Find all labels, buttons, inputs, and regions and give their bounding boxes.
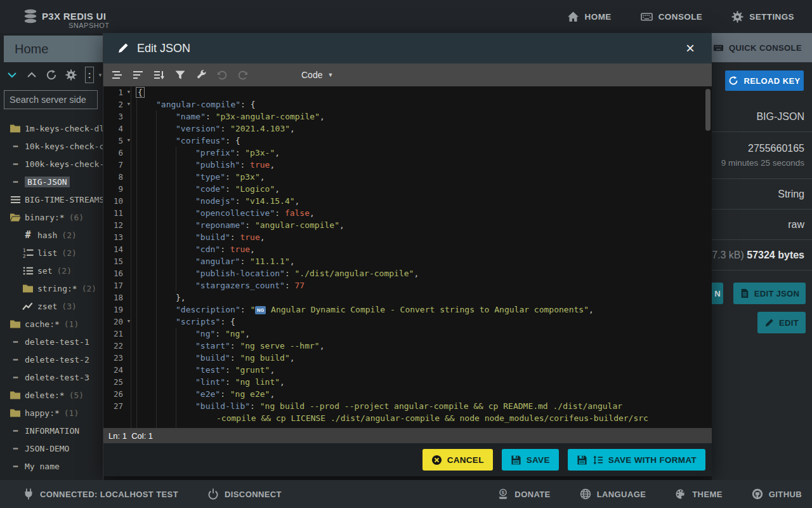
editor-line: 15"angular": "11.1.1",: [103, 255, 712, 267]
connection-status[interactable]: CONNECTED: LOCALHOST TEST: [23, 488, 178, 500]
save-button[interactable]: SAVE: [502, 449, 559, 471]
json-document-icon: [740, 288, 750, 298]
close-icon[interactable]: ×: [680, 38, 700, 58]
wrench-icon[interactable]: [195, 69, 207, 81]
key-count: (2): [62, 231, 76, 240]
tree-item[interactable]: •••100k-keys-check-: [0, 155, 103, 173]
tree-item[interactable]: •••10k-keys-check-c: [0, 137, 103, 155]
tree-item[interactable]: •••INFORMATION: [0, 422, 103, 439]
fold-caret-icon[interactable]: ▼: [128, 135, 130, 147]
cancel-button[interactable]: CANCEL: [422, 449, 493, 471]
tree-item[interactable]: delete:*(5): [0, 386, 103, 404]
editor-line: 27"build-lib": "ng build --prod --projec…: [103, 400, 712, 412]
key-info-row: BIG-JSON: [712, 102, 812, 132]
edit-button[interactable]: EDIT: [757, 312, 806, 333]
tree-item[interactable]: •••My name: [0, 457, 103, 475]
tree-item[interactable]: 12list(2): [0, 244, 103, 262]
editor-line: [103, 424, 712, 428]
key-label: string:*: [37, 284, 77, 293]
disconnect-button[interactable]: DISCONNECT: [207, 488, 282, 500]
editor-line: 22"start": "ng serve --hmr",: [103, 340, 712, 352]
settings-gear-icon[interactable]: [65, 69, 77, 81]
nav-console[interactable]: CONSOLE: [641, 11, 703, 23]
tree-item[interactable]: 1m-keys-check-dl: [0, 119, 103, 137]
reload-key-button[interactable]: RELOAD KEY: [725, 70, 804, 91]
search-input[interactable]: [4, 90, 98, 109]
separator-dropdown-icon[interactable]: ▼: [98, 72, 103, 78]
keys-sidebar: Home : ▼ 1m-keys-check-dl•••10k-keys-che…: [0, 33, 103, 480]
compact-icon[interactable]: [133, 69, 144, 81]
theme-button[interactable]: THEME: [675, 488, 723, 500]
key-label: happy:*: [25, 408, 60, 418]
tab-quick-console[interactable]: QUICK CONSOLE: [712, 33, 812, 62]
dots-icon: •••: [9, 445, 22, 452]
clipped-action-button[interactable]: N: [712, 283, 723, 304]
key-count: (6): [69, 213, 84, 222]
tree-item[interactable]: •••JSON-DEMO: [0, 439, 103, 457]
tree-item[interactable]: #hash(2): [0, 226, 103, 244]
tree-item[interactable]: •••delete-test-1: [0, 333, 103, 351]
filter-icon[interactable]: [174, 69, 186, 81]
tree-item[interactable]: set(2): [0, 262, 103, 279]
key-label: BIG-JSON: [25, 177, 70, 187]
nav-settings[interactable]: SETTINGS: [731, 11, 794, 23]
modal-title: Edit JSON: [137, 42, 190, 55]
chart-icon: [22, 300, 34, 312]
fold-caret-icon[interactable]: ▼: [128, 316, 130, 328]
svg-text:$: $: [502, 490, 505, 495]
key-label: JSON-DEMO: [25, 444, 69, 453]
sort-icon[interactable]: [154, 69, 165, 81]
redo-icon[interactable]: [237, 69, 249, 81]
github-icon: [752, 488, 763, 500]
list-ol-icon: 12: [22, 248, 34, 258]
key-count: (2): [62, 248, 76, 258]
format-lines-icon: [593, 455, 603, 465]
editor-line: 25"lint": "ng lint",: [103, 376, 712, 388]
edit-json-button[interactable]: EDIT JSON: [733, 283, 806, 304]
editor-scrollbar[interactable]: [705, 89, 710, 131]
fold-caret-icon[interactable]: ▼: [128, 98, 130, 110]
fold-caret-icon[interactable]: ▼: [128, 86, 130, 98]
nav-home[interactable]: HOME: [567, 11, 612, 23]
refresh-icon[interactable]: [46, 69, 57, 81]
app-title: P3X REDIS UI: [42, 11, 106, 22]
github-button[interactable]: GITHUB: [752, 488, 802, 500]
power-icon: [207, 488, 219, 500]
collapse-all-icon[interactable]: [26, 69, 37, 81]
save-floppy-icon: [577, 455, 587, 465]
tree-item[interactable]: cache:*(1): [0, 315, 103, 333]
key-info-value: BIG-JSON: [756, 111, 804, 123]
key-label: cache:*: [25, 319, 60, 329]
folder-icon: [9, 389, 22, 401]
tree-item[interactable]: •••BIG-JSON: [0, 173, 103, 190]
key-label: INFORMATION: [25, 426, 79, 436]
donate-button[interactable]: $ DONATE: [497, 488, 550, 500]
tab-home[interactable]: Home: [4, 36, 103, 62]
key-label: zset: [37, 302, 57, 311]
json-code-editor[interactable]: 1▼{2▼"angular-compile": {3"name": "p3x-a…: [103, 86, 712, 428]
key-info-value: 2755660165: [748, 143, 804, 154]
tree-item[interactable]: binary:*(6): [0, 208, 103, 226]
editor-line: 9"code": "Logico",: [103, 183, 712, 195]
tree-item[interactable]: •••delete-test-3: [0, 368, 103, 386]
undo-icon[interactable]: [216, 69, 228, 81]
language-button[interactable]: LANGUAGE: [580, 488, 646, 500]
expand-all-icon[interactable]: [6, 69, 18, 81]
tree-item[interactable]: string:*(2): [0, 279, 103, 297]
donate-icon: $: [497, 488, 509, 500]
connection-name: SNAPSHOT: [69, 22, 110, 29]
modal-header: Edit JSON ×: [103, 33, 712, 64]
tree-item[interactable]: [0, 475, 103, 480]
tree-item[interactable]: •••delete-test-2: [0, 351, 103, 368]
format-icon[interactable]: [112, 69, 123, 81]
mode-select[interactable]: Code ▼: [301, 70, 333, 80]
separator-option-button[interactable]: :: [85, 67, 94, 83]
editor-line: 20▼"scripts": {: [103, 316, 712, 328]
key-tree: 1m-keys-check-dl•••10k-keys-check-c•••10…: [0, 109, 103, 480]
save-with-format-button[interactable]: SAVE WITH FORMAT: [568, 449, 705, 471]
tree-item[interactable]: zset(3): [0, 297, 103, 315]
modal-footer: CANCEL SAVE SAVE WITH FORMAT: [103, 443, 712, 476]
tree-item[interactable]: happy:*(1): [0, 404, 103, 422]
editor-toolbar: Code ▼: [103, 64, 712, 86]
tree-item[interactable]: BIG-TIME-STREAMS: [0, 190, 103, 208]
